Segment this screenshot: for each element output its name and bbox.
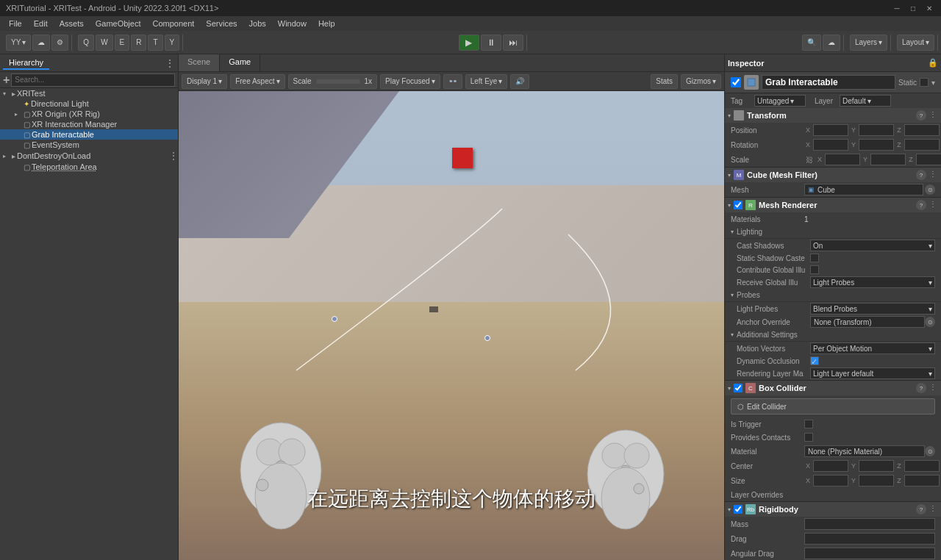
cast-shadows-dropdown[interactable]: On ▾ xyxy=(810,240,935,251)
motion-vectors-dropdown[interactable]: Per Object Motion ▾ xyxy=(810,342,935,354)
close-button[interactable]: ✕ xyxy=(923,2,935,14)
light-probes-dropdown[interactable]: Blend Probes ▾ xyxy=(810,303,935,315)
contribute-gi-checkbox[interactable] xyxy=(810,265,819,274)
play-focused-button[interactable]: Play Focused ▾ xyxy=(380,74,440,89)
tool-t[interactable]: T xyxy=(148,35,162,51)
rotation-y-input[interactable]: -23.064 xyxy=(859,139,894,151)
hierarchy-item-xr-origin[interactable]: ▸ ▢ XR Origin (XR Rig) xyxy=(0,109,178,119)
renderer-enabled-checkbox[interactable] xyxy=(734,201,743,209)
object-active-checkbox[interactable] xyxy=(731,77,741,87)
select-anchor-icon[interactable]: ⊙ xyxy=(925,317,935,327)
hierarchy-item-xr-interact[interactable]: ▢ XR Interaction Manager xyxy=(0,119,178,129)
rigidbody-header[interactable]: ▾ Rb Rigidbody ? ⋮ xyxy=(725,502,941,517)
add-hierarchy-button[interactable]: + xyxy=(3,73,10,87)
help-icon[interactable]: ? xyxy=(916,504,926,514)
mesh-filter-header[interactable]: ▾ M Cube (Mesh Filter) ? ⋮ xyxy=(725,168,941,182)
anchor-value[interactable]: None (Transform) xyxy=(810,316,925,328)
hierarchy-item-menu[interactable]: ⋮ xyxy=(169,151,178,161)
static-shadow-checkbox[interactable] xyxy=(810,254,819,262)
tool-e[interactable]: E xyxy=(115,35,130,51)
display-button[interactable]: Display 1 ▾ xyxy=(182,74,227,89)
component-more-icon[interactable]: ⋮ xyxy=(928,383,938,393)
center-x-input[interactable]: 0 xyxy=(813,460,848,472)
menu-gameobject[interactable]: GameObject xyxy=(90,19,147,28)
component-more-icon[interactable]: ⋮ xyxy=(928,110,938,121)
probes-section-title[interactable]: ▾ Probes xyxy=(725,289,941,302)
edit-collider-button[interactable]: ⬡ Edit Collider xyxy=(731,398,935,414)
hierarchy-item-teleport[interactable]: ▢ Teleportation Area xyxy=(0,162,178,172)
gizmos-button[interactable]: Gizmos ▾ xyxy=(681,74,721,89)
center-z-input[interactable]: 0 xyxy=(904,460,940,472)
help-icon[interactable]: ? xyxy=(916,383,926,393)
inspector-lock-icon[interactable]: 🔒 xyxy=(928,58,938,68)
menu-file[interactable]: File xyxy=(3,19,28,28)
cloud-button[interactable]: ☁ xyxy=(32,35,50,51)
search-button[interactable]: 🔍 xyxy=(802,35,821,51)
center-y-input[interactable]: 0 xyxy=(859,460,894,472)
settings-button[interactable]: ⚙ xyxy=(51,35,68,51)
receive-gi-dropdown[interactable]: Light Probes ▾ xyxy=(810,276,935,288)
position-z-input[interactable]: 0.93347 xyxy=(904,124,940,136)
tool-q[interactable]: Q xyxy=(78,35,94,51)
pause-button[interactable]: ⏸ xyxy=(481,35,501,51)
help-icon[interactable]: ? xyxy=(916,200,926,210)
aspect-button[interactable]: Free Aspect ▾ xyxy=(230,74,285,89)
help-icon[interactable]: ? xyxy=(916,170,926,180)
hierarchy-item-xritest[interactable]: ▾ ▸ XRITest xyxy=(0,88,178,98)
hierarchy-menu-icon[interactable]: ⋮ xyxy=(165,57,175,69)
position-y-input[interactable]: 1.03250 xyxy=(859,124,894,136)
menu-help[interactable]: Help xyxy=(312,19,341,28)
vr-toggle[interactable]: 👓 xyxy=(443,74,462,89)
size-z-input[interactable]: 1 xyxy=(904,475,940,487)
component-more-icon[interactable]: ⋮ xyxy=(928,200,938,210)
tool-w[interactable]: W xyxy=(96,35,112,51)
component-more-icon[interactable]: ⋮ xyxy=(928,504,938,514)
collab-button[interactable]: ☁ xyxy=(823,35,840,51)
mesh-asset-ref[interactable]: ▣ Cube xyxy=(804,184,923,195)
mass-input[interactable]: 1 xyxy=(804,518,935,530)
provides-contacts-checkbox[interactable] xyxy=(804,433,813,442)
drag-input[interactable]: 0 xyxy=(804,533,935,545)
object-name-input[interactable] xyxy=(762,75,895,90)
scale-x-input[interactable]: 0.1 xyxy=(825,154,860,165)
layout-button[interactable]: Layout ▾ xyxy=(897,35,934,51)
static-checkbox[interactable] xyxy=(920,78,929,87)
component-more-icon[interactable]: ⋮ xyxy=(928,170,938,180)
rotation-x-input[interactable]: -5.034 xyxy=(813,139,848,151)
rotation-z-input[interactable]: 2.231 xyxy=(904,139,940,151)
mesh-renderer-header[interactable]: ▾ R Mesh Renderer ? ⋮ xyxy=(725,198,941,212)
transform-header[interactable]: ▾ Transform ? ⋮ xyxy=(725,108,941,123)
size-x-input[interactable]: 1 xyxy=(813,475,848,487)
select-mesh-icon[interactable]: ⊙ xyxy=(925,184,935,195)
select-material-icon[interactable]: ⊙ xyxy=(925,446,935,456)
menu-assets[interactable]: Assets xyxy=(54,19,90,28)
pivot-toggle[interactable]: YY ▾ xyxy=(6,35,31,51)
menu-window[interactable]: Window xyxy=(272,19,312,28)
size-y-input[interactable]: 1 xyxy=(859,475,894,487)
stats-button[interactable]: Stats xyxy=(651,74,678,89)
scale-z-input[interactable]: 0.1 xyxy=(916,154,941,165)
collider-material-ref[interactable]: None (Physic Material) xyxy=(804,445,925,457)
tag-dropdown[interactable]: Untagged ▾ xyxy=(754,95,806,107)
scale-y-input[interactable]: 0.1 xyxy=(870,154,906,165)
menu-component[interactable]: Component xyxy=(146,19,200,28)
tool-r[interactable]: R xyxy=(131,35,146,51)
scale-link-icon[interactable]: ⛓ xyxy=(804,154,815,165)
menu-services[interactable]: Services xyxy=(200,19,243,28)
left-eye-button[interactable]: Left Eye ▾ xyxy=(465,74,508,89)
step-button[interactable]: ⏭ xyxy=(503,35,523,51)
is-trigger-checkbox[interactable] xyxy=(804,420,813,428)
hierarchy-item-dontdestroy[interactable]: ▸ ▸ DontDestroyOnLoad ⋮ xyxy=(0,150,178,162)
audio-button[interactable]: 🔊 xyxy=(510,74,529,89)
hierarchy-item-grab[interactable]: ▢ Grab Interactable xyxy=(0,129,178,140)
box-collider-header[interactable]: ▾ C Box Collider ? ⋮ xyxy=(725,381,941,395)
position-x-input[interactable]: -0.74703 xyxy=(813,124,848,136)
scale-control[interactable]: Scale 1x xyxy=(288,74,378,89)
lighting-section-title[interactable]: ▾ Lighting xyxy=(725,226,941,239)
layer-dropdown[interactable]: Default ▾ xyxy=(840,95,891,107)
angular-drag-input[interactable]: 0 xyxy=(804,548,935,559)
rigidbody-enabled-checkbox[interactable] xyxy=(734,505,743,514)
menu-jobs[interactable]: Jobs xyxy=(243,19,272,28)
hierarchy-item-directional-light[interactable]: ✦ Directional Light xyxy=(0,98,178,109)
collider-enabled-checkbox[interactable] xyxy=(734,384,743,392)
